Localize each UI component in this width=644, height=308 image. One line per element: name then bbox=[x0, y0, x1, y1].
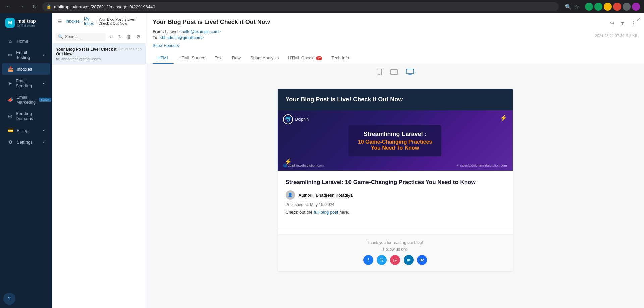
behance-icon[interactable]: Bē bbox=[417, 255, 427, 265]
divider bbox=[278, 228, 513, 228]
search-area: 🔍 ↩ ↻ 🗑 ⚙ bbox=[52, 30, 146, 44]
sidebar-item-email-sending[interactable]: ➤ Email Sending ▾ bbox=[2, 75, 50, 91]
help-button[interactable]: ? bbox=[3, 293, 15, 305]
url-bar[interactable]: 🔒 mailtrap.io/inboxes/2876212/messages/4… bbox=[42, 2, 559, 11]
search-icon: 🔍 bbox=[58, 34, 63, 39]
desktop-view-button[interactable] bbox=[403, 67, 417, 79]
dolphin-logo: 🐬 Dolphin bbox=[283, 114, 309, 124]
sidebar-item-sending-domains[interactable]: ◎ Sending Domains bbox=[2, 108, 50, 124]
tab-raw[interactable]: Raw bbox=[227, 53, 246, 64]
email-tabs: HTML HTML Source Text Raw Spam Analysis … bbox=[153, 53, 637, 64]
facebook-icon[interactable]: f bbox=[363, 255, 373, 265]
sidebar-item-label: Inboxes bbox=[17, 67, 32, 72]
email-content: Your Blog Post is Live! Check it Out Now… bbox=[146, 13, 644, 308]
more-button[interactable]: ⋮ bbox=[629, 19, 637, 28]
billing-icon: 💳 bbox=[7, 127, 13, 133]
logo: M mailtrap by Railsware bbox=[0, 13, 52, 32]
trash-button[interactable]: 🗑 bbox=[619, 19, 627, 28]
reply-button[interactable]: ↩ bbox=[108, 33, 115, 40]
author-row: 👤 Author: Bhadresh Kotadiya bbox=[286, 190, 504, 200]
view-controls bbox=[146, 64, 644, 82]
settings-button[interactable]: ⚙ bbox=[135, 33, 142, 40]
inbox-message-item[interactable]: 2 minutes ago Your Blog Post is Live! Ch… bbox=[52, 44, 146, 65]
cta-link[interactable]: full blog post bbox=[314, 210, 338, 215]
sidebar-item-inboxes[interactable]: 📥 Inboxes bbox=[2, 63, 50, 75]
sidebar-item-home[interactable]: ⌂ Home bbox=[2, 35, 50, 47]
tab-html[interactable]: HTML bbox=[153, 53, 174, 64]
logo-sub: by Railsware bbox=[17, 24, 36, 27]
twitter-icon[interactable]: 𝕏 bbox=[377, 255, 387, 265]
email-card-footer: Thank you for reading our blog! Follow u… bbox=[278, 234, 513, 271]
refresh-button[interactable]: ↻ bbox=[116, 33, 124, 40]
banner-text-box: Streamlining Laravel : 10 Game-Changing … bbox=[348, 125, 441, 156]
sidebar-item-label: Email Marketing bbox=[16, 95, 36, 105]
sep2: › bbox=[96, 19, 97, 24]
email-render: Your Blog Post is Live! Check it Out Now… bbox=[278, 89, 513, 301]
to-label: To: bbox=[153, 35, 159, 40]
from-name: Laravel bbox=[165, 29, 178, 34]
email-body: Your Blog Post is Live! Check it Out Now… bbox=[146, 82, 644, 308]
banner-footer-right: ✉ sales@dolphinwebsolution.com bbox=[456, 164, 507, 167]
svg-rect-4 bbox=[406, 69, 414, 74]
html-check-badge: 17 bbox=[316, 56, 322, 60]
mobile-view-button[interactable] bbox=[374, 67, 385, 79]
url-text: mailtrap.io/inboxes/2876212/messages/422… bbox=[54, 4, 155, 9]
back-button[interactable]: ← bbox=[4, 2, 13, 11]
search-input[interactable] bbox=[65, 34, 103, 39]
tab-tech-info[interactable]: Tech Info bbox=[327, 53, 354, 64]
sidebar-item-email-marketing[interactable]: 📣 Email Marketing SOON bbox=[2, 92, 50, 108]
tab-html-check[interactable]: HTML Check 17 bbox=[283, 53, 327, 64]
author-avatar: 👤 bbox=[286, 190, 295, 200]
tab-text[interactable]: Text bbox=[210, 53, 227, 64]
sep: › bbox=[81, 19, 83, 24]
browser-actions: 🔍 ☆ bbox=[565, 4, 579, 10]
bookmark-button[interactable]: ☆ bbox=[574, 4, 579, 10]
footer-thanks: Thank you for reading our blog! bbox=[284, 240, 506, 245]
cta-prefix: Check out the bbox=[286, 210, 314, 215]
inbox-header: ☰ Inboxes › My Inbox › Your Blog Post is… bbox=[52, 13, 146, 30]
tablet-view-button[interactable] bbox=[388, 67, 400, 79]
show-headers-button[interactable]: Show Headers bbox=[153, 41, 179, 50]
email-subject: Your Blog Post is Live! Check it Out Now bbox=[153, 19, 637, 26]
avatar-4 bbox=[613, 3, 621, 11]
breadcrumb-current: Your Blog Post is Live! Check it Out Now bbox=[99, 17, 142, 25]
menu-button[interactable]: ☰ bbox=[56, 18, 64, 25]
sidebar-nav: ⌂ Home ✉ Email Testing ▾ 📥 Inboxes ➤ Ema… bbox=[0, 32, 52, 289]
forward-button[interactable]: ↪ bbox=[609, 19, 616, 28]
email-header-bar: Your Blog Post is Live! Check it Out Now… bbox=[146, 13, 644, 64]
email-card-header: Your Blog Post is Live! Check it Out Now bbox=[278, 89, 513, 110]
forward-button[interactable]: → bbox=[17, 2, 26, 11]
dolphin-name: Dolphin bbox=[295, 117, 309, 122]
pub-date-value: May 15, 2024 bbox=[310, 202, 334, 207]
logo-icon: M bbox=[5, 18, 15, 28]
avatar-6 bbox=[632, 3, 640, 11]
breadcrumb-my-inbox[interactable]: My Inbox bbox=[84, 17, 95, 26]
expand-button[interactable]: ⤢ bbox=[637, 17, 641, 22]
breadcrumb-inboxes[interactable]: Inboxes bbox=[66, 19, 80, 24]
search-button[interactable]: 🔍 bbox=[565, 4, 572, 10]
tab-html-source[interactable]: HTML Source bbox=[174, 53, 210, 64]
search-wrap: 🔍 bbox=[55, 33, 106, 41]
app-container: M mailtrap by Railsware ⌂ Home ✉ Email T… bbox=[0, 13, 644, 308]
email-card: Your Blog Post is Live! Check it Out Now… bbox=[278, 89, 513, 271]
tab-spam-analysis[interactable]: Spam Analysis bbox=[246, 53, 283, 64]
cta-suffix: here. bbox=[339, 210, 350, 215]
to-email[interactable]: <bhadresh@gmail.com> bbox=[160, 35, 204, 40]
banner-footer: 🌐 dolphinwebsolution.com ✉ sales@dolphin… bbox=[278, 164, 513, 167]
browser-chrome: ← → ↻ 🔒 mailtrap.io/inboxes/2876212/mess… bbox=[0, 0, 644, 13]
sidebar-item-billing[interactable]: 💳 Billing ▾ bbox=[2, 124, 50, 136]
chevron-icon: ▾ bbox=[43, 82, 45, 85]
from-email[interactable]: <hello@example.com> bbox=[179, 29, 221, 34]
delete-button[interactable]: 🗑 bbox=[125, 33, 133, 40]
reload-button[interactable]: ↻ bbox=[30, 2, 39, 11]
email-icon: ✉ bbox=[7, 52, 13, 58]
avatar-2 bbox=[594, 3, 602, 11]
sidebar-item-settings[interactable]: ⚙ Settings ▾ bbox=[2, 136, 50, 148]
email-to: To: <bhadresh@gmail.com> bbox=[153, 35, 637, 40]
logo-name: mailtrap bbox=[17, 18, 36, 24]
sidebar-item-label: Sending Domains bbox=[16, 111, 45, 121]
instagram-icon[interactable]: ◎ bbox=[390, 255, 400, 265]
linkedin-icon[interactable]: in bbox=[404, 255, 414, 265]
sidebar-item-email-testing[interactable]: ✉ Email Testing ▾ bbox=[2, 47, 50, 63]
avatar-1 bbox=[585, 3, 593, 11]
